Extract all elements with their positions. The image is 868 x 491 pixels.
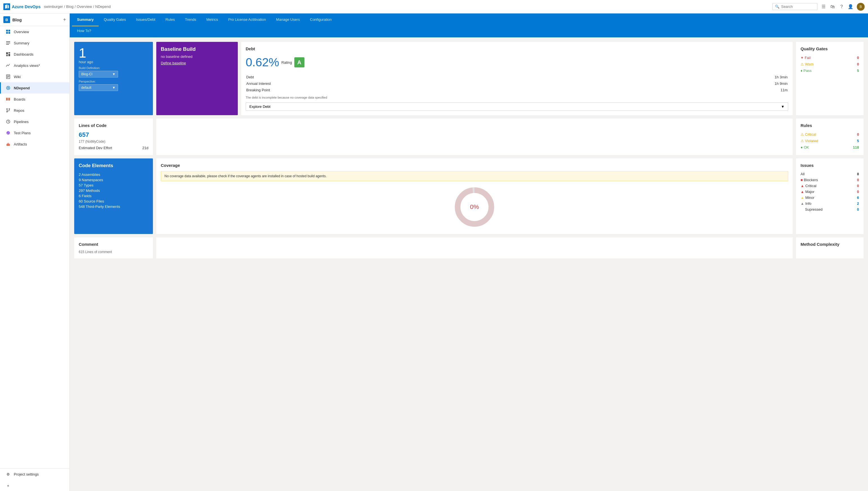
debt-rating-label: Rating xyxy=(281,60,292,65)
build-definition-select[interactable]: Blog-CI ▼ xyxy=(79,71,118,78)
search-input[interactable] xyxy=(781,4,815,9)
dashboards-icon xyxy=(5,51,11,57)
tab-trends[interactable]: Trends xyxy=(180,13,201,26)
sidebar: B Blog + Overview Summary Dashboards xyxy=(0,13,70,491)
sidebar-item-pipelines[interactable]: Pipelines xyxy=(0,116,69,127)
sidebar-item-repos[interactable]: Repos xyxy=(0,105,69,116)
breadcrumb-part-1[interactable]: Blog xyxy=(66,4,73,9)
sidebar-item-test-plans[interactable]: ✓ Test Plans xyxy=(0,127,69,139)
tab-manage-users[interactable]: Manage Users xyxy=(271,13,305,26)
explore-debt-button[interactable]: Explore Debt ▼ xyxy=(246,103,788,111)
tab-metrics[interactable]: Metrics xyxy=(201,13,223,26)
debt-card: Debt 0.62% Rating A Debt 1h 3min xyxy=(241,42,793,115)
search-box[interactable]: 🔍 xyxy=(773,3,817,10)
coverage-title: Coverage xyxy=(161,163,788,168)
sidebar-item-repos-label: Repos xyxy=(14,109,24,113)
svg-point-21 xyxy=(7,112,7,112)
warn-icon: ⚠ Warn xyxy=(801,62,813,66)
sidebar-item-artifacts[interactable]: Artifacts xyxy=(0,139,69,150)
debt-note: The debt is incomplete because no covera… xyxy=(246,96,788,99)
brand-name: Azure DevOps xyxy=(12,4,41,9)
loc-effort-row: Estimated Dev Effort 21d xyxy=(79,146,148,150)
tab-pro-license[interactable]: Pro License Actitivation xyxy=(223,13,271,26)
qg-row-fail: ✦ Fail 0 xyxy=(801,55,859,61)
project-name: Blog xyxy=(12,18,22,22)
svg-rect-2 xyxy=(8,30,10,31)
summary-icon xyxy=(5,40,11,46)
settings-icon: ⚙ xyxy=(5,471,11,477)
issues-row-supressed: Supressed 0 xyxy=(801,206,859,212)
perspective-value: default xyxy=(81,86,91,90)
app-body: B Blog + Overview Summary Dashboards xyxy=(0,13,868,491)
sidebar-item-boards-label: Boards xyxy=(14,97,25,102)
sidebar-item-overview[interactable]: Overview xyxy=(0,26,69,37)
breadcrumb-part-3[interactable]: NDepend xyxy=(95,4,111,9)
pipelines-icon xyxy=(5,119,11,124)
breadcrumb-part-0[interactable]: swimburger xyxy=(44,4,63,9)
sidebar-item-boards[interactable]: Boards xyxy=(0,93,69,105)
debt-percent: 0.62% xyxy=(246,56,279,69)
build-time: hour ago xyxy=(79,60,148,64)
major-label-text: Major xyxy=(805,190,815,194)
help-icon[interactable]: ? xyxy=(839,4,844,9)
sidebar-item-summary[interactable]: Summary xyxy=(0,37,69,49)
sidebar-item-analytics-label: Analytics views* xyxy=(14,63,40,68)
tab-quality-gates[interactable]: Quality Gates xyxy=(99,13,131,26)
debt-rating-badge: A xyxy=(294,57,304,67)
loc-card: Lines of Code 657 177 (NotMyCode) Estima… xyxy=(74,119,153,155)
shopping-bag-icon[interactable]: 🛍 xyxy=(830,4,835,9)
avatar[interactable]: B xyxy=(857,3,865,11)
sidebar-add-button[interactable]: + xyxy=(63,17,66,23)
sidebar-item-project-settings[interactable]: ⚙ Project settings xyxy=(0,468,69,480)
perspective-select[interactable]: default ▼ xyxy=(79,84,118,91)
rules-critical-label: Critical xyxy=(805,132,816,137)
issues-row-all: All 8 xyxy=(801,171,859,177)
baseline-subtitle: no baseline defined xyxy=(161,55,233,59)
loc-title: Lines of Code xyxy=(79,123,148,128)
list-icon[interactable]: ☰ xyxy=(821,4,827,9)
sidebar-project: B Blog xyxy=(3,16,22,23)
method-complexity-card: Method Complexity xyxy=(796,237,864,258)
nav-actions: 🔍 ☰ 🛍 ? 👤 B xyxy=(773,3,865,11)
tab-rules[interactable]: Rules xyxy=(161,13,180,26)
loc-count: 657 xyxy=(79,131,148,139)
svg-rect-17 xyxy=(6,98,7,100)
rules-ok-count: 118 xyxy=(853,145,859,149)
user-settings-icon[interactable]: 👤 xyxy=(848,4,853,9)
top-nav: Azure DevOps swimburger / Blog / Overvie… xyxy=(0,0,868,13)
debt-rating-row: 0.62% Rating A xyxy=(246,55,788,70)
code-element-3: 297 Methods xyxy=(79,188,148,193)
sidebar-item-analytics[interactable]: Analytics views* xyxy=(0,60,69,71)
sidebar-item-wiki[interactable]: Wiki xyxy=(0,71,69,82)
azure-devops-logo-icon xyxy=(3,3,10,10)
perspective-arrow-icon: ▼ xyxy=(112,86,115,90)
breadcrumb-part-2[interactable]: Overview xyxy=(77,4,92,9)
tab-summary[interactable]: Summary xyxy=(72,13,99,26)
debt-label-0: Debt xyxy=(246,74,600,80)
loc-effort-value: 21d xyxy=(142,146,148,150)
critical-label-text: Critical xyxy=(805,184,817,188)
build-definition-label: Build Definition: xyxy=(79,66,148,70)
debt-value-2: 11m xyxy=(600,87,788,93)
sidebar-item-artifacts-label: Artifacts xyxy=(14,142,27,146)
issues-row-critical: ▲ Critical 0 xyxy=(801,183,859,189)
build-definition-value: Blog-CI xyxy=(81,72,92,76)
svg-rect-3 xyxy=(6,32,8,34)
baseline-card: Baseline Build no baseline defined Defin… xyxy=(156,42,238,115)
tab-configuration[interactable]: Configuration xyxy=(305,13,337,26)
issues-critical-label: ▲ Critical xyxy=(801,184,817,188)
qg-row-warn: ⚠ Warn 0 xyxy=(801,61,859,67)
repos-icon xyxy=(5,108,11,113)
sidebar-item-ndepend[interactable]: NDepend xyxy=(0,82,69,93)
brand[interactable]: Azure DevOps xyxy=(3,3,41,10)
svg-text:✓: ✓ xyxy=(7,132,9,135)
issues-blockers-label: ■ Blockers xyxy=(801,178,818,182)
tab-issues-debt[interactable]: Issues/Debt xyxy=(131,13,161,26)
sidebar-item-dashboards[interactable]: Dashboards xyxy=(0,49,69,60)
sidebar-bottom: ⚙ Project settings « xyxy=(0,468,69,491)
issues-critical-count: 0 xyxy=(857,184,859,188)
sidebar-item-collapse[interactable]: « xyxy=(0,480,69,491)
tab-how-to[interactable]: How To? xyxy=(72,26,96,35)
collapse-icon: « xyxy=(5,483,11,488)
baseline-link[interactable]: Define baseline xyxy=(161,61,233,65)
